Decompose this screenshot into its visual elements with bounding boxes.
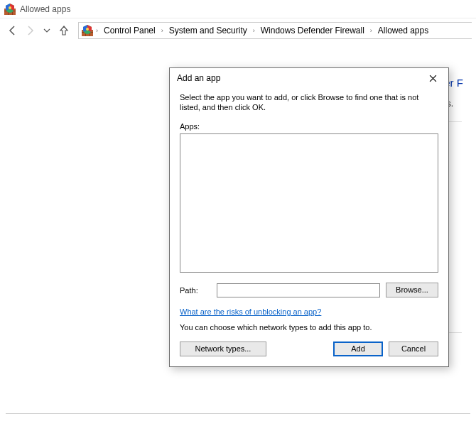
crumb-allowed-apps[interactable]: Allowed apps <box>375 24 431 37</box>
footer-divider-wrap <box>0 409 476 418</box>
chevron-right-icon[interactable]: › <box>160 27 165 34</box>
path-label: Path: <box>180 286 211 295</box>
risks-link[interactable]: What are the risks of unblocking an app? <box>180 307 321 316</box>
recent-dropdown[interactable] <box>38 22 55 39</box>
back-button[interactable] <box>4 22 21 39</box>
crumb-windows-defender-firewall[interactable]: Windows Defender Firewall <box>258 24 367 37</box>
window-titlebar: Allowed apps <box>0 0 476 18</box>
footer-divider <box>6 413 470 414</box>
forward-button[interactable] <box>21 22 38 39</box>
chevron-right-icon[interactable]: › <box>94 27 99 34</box>
dialog-title: Add an app <box>177 73 420 83</box>
navigation-bar: › Control Panel › System and Security › … <box>0 18 476 43</box>
close-icon <box>429 75 437 82</box>
path-input[interactable] <box>217 283 380 297</box>
shield-brick-icon <box>82 25 93 36</box>
network-types-button[interactable]: Network types... <box>180 342 266 356</box>
close-button[interactable] <box>420 71 445 85</box>
svg-point-9 <box>86 28 89 31</box>
crumb-control-panel[interactable]: Control Panel <box>101 24 158 37</box>
crumb-system-security[interactable]: System and Security <box>166 24 250 37</box>
svg-point-4 <box>9 6 11 9</box>
window-title: Allowed apps <box>20 4 70 14</box>
network-types-note: You can choose which network types to ad… <box>180 323 438 332</box>
browse-button[interactable]: Browse... <box>386 283 438 297</box>
add-an-app-dialog: Add an app Select the app you want to ad… <box>169 67 449 367</box>
chevron-right-icon[interactable]: › <box>369 27 374 34</box>
shield-brick-icon <box>4 4 16 15</box>
cancel-button[interactable]: Cancel <box>389 342 438 356</box>
apps-listbox[interactable] <box>180 133 438 273</box>
breadcrumb[interactable]: › Control Panel › System and Security › … <box>78 22 472 39</box>
add-button[interactable]: Add <box>333 342 383 356</box>
dialog-titlebar: Add an app <box>170 68 448 88</box>
up-button[interactable] <box>55 22 72 39</box>
apps-label: Apps: <box>180 122 438 131</box>
chevron-right-icon[interactable]: › <box>251 27 256 34</box>
dialog-instruction: Select the app you want to add, or click… <box>180 92 438 112</box>
